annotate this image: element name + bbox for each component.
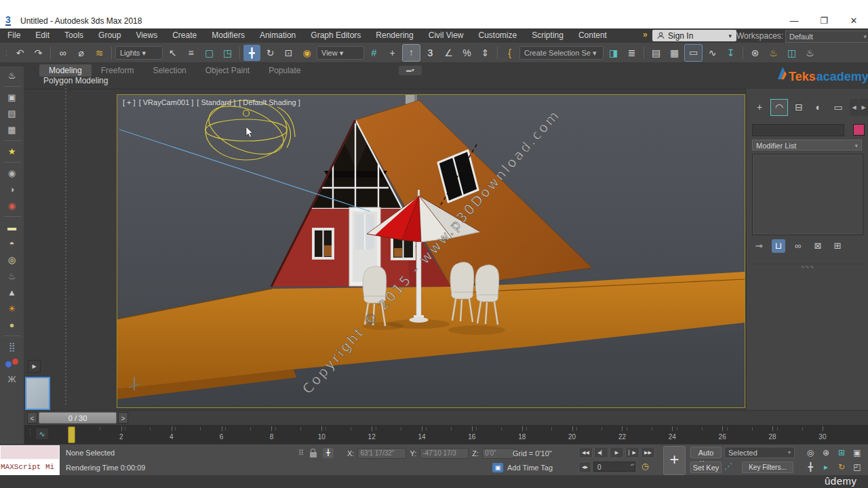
vray-ambient-light-icon[interactable]: ●	[4, 318, 20, 332]
auto-key-button[interactable]: Auto Key	[690, 447, 722, 458]
rect-selection-icon[interactable]: ▢	[201, 45, 218, 61]
vray-settings-icon[interactable]: ▤	[4, 106, 20, 121]
use-pivot-icon[interactable]: #	[366, 45, 382, 61]
z-field[interactable]: 0'0"	[482, 448, 515, 459]
viewport-label-part[interactable]: [ Standard ]	[197, 98, 235, 106]
set-keys-button[interactable]: +	[663, 446, 686, 475]
ribbon-tab[interactable]: Selection	[143, 64, 195, 77]
expand-arrow-button[interactable]: ▶	[28, 360, 41, 373]
render-production-icon[interactable]: ♨	[802, 45, 818, 61]
menu-item[interactable]: Customize	[471, 28, 525, 43]
frame-display[interactable]: 0 / 30	[39, 412, 117, 424]
select-object-icon[interactable]: ↖	[164, 45, 181, 61]
modifier-list-dropdown[interactable]: Modifier List ▾	[752, 140, 862, 150]
ribbon-tab[interactable]: Object Paint	[196, 64, 259, 77]
current-frame-field[interactable]: 0 ▴▾	[593, 462, 635, 472]
unlink-icon[interactable]: ⌀	[73, 45, 90, 61]
close-button[interactable]: ✕	[844, 15, 864, 27]
timeline-tick[interactable]: 2	[117, 425, 126, 444]
pin-stack-icon[interactable]: ⊸	[752, 239, 766, 253]
sign-in-button[interactable]: Sign In ▾	[652, 30, 736, 41]
remove-modifier-icon[interactable]: ⊠	[811, 239, 825, 253]
maximize-viewport-icon[interactable]: ◰	[850, 460, 865, 474]
ref-coord-dropdown[interactable]: View ▾	[317, 46, 364, 60]
menu-item[interactable]: Edit	[28, 28, 57, 43]
rollout-divider[interactable]: ∿∿∿	[752, 264, 863, 270]
zoom-icon[interactable]: ◎	[803, 446, 818, 460]
tab-display[interactable]: ▭	[829, 99, 847, 116]
bind-spacewarp-icon[interactable]: ≋	[91, 45, 108, 61]
layer-explorer-icon[interactable]: ▤	[648, 45, 665, 61]
object-name-field[interactable]	[752, 124, 844, 136]
absolute-mode-icon[interactable]: ╋	[323, 448, 334, 458]
vray-teapot-icon[interactable]: ♨	[4, 68, 20, 83]
minimize-button[interactable]: —	[784, 15, 804, 27]
timeline-tick[interactable]: 4	[167, 425, 176, 444]
tab-motion[interactable]: ◐	[810, 99, 827, 116]
vray-stereo-camera-icon[interactable]: ◉	[4, 199, 20, 213]
vray-frame-buffer-icon[interactable]: ▣	[4, 90, 20, 104]
panel-scroll-right[interactable]: ▶	[859, 99, 868, 116]
key-filters-button[interactable]: Key Filters...	[742, 462, 793, 473]
prev-frame-button[interactable]: ◀▏	[594, 447, 608, 458]
vray-spheres-icon[interactable]	[4, 356, 20, 370]
mini-curve-editor-icon[interactable]: ∿	[36, 428, 48, 439]
key-steps-icon[interactable]: ⋰	[724, 462, 732, 471]
redo-icon[interactable]: ↷	[30, 45, 47, 61]
select-place-icon[interactable]: +	[384, 45, 401, 61]
select-manipulate-icon[interactable]: ◉	[298, 45, 315, 61]
timeline-tick[interactable]: 28	[768, 425, 777, 444]
track-bar[interactable]: ⋮ ∿ 024681012141618202224262830	[24, 425, 868, 445]
configure-sets-icon[interactable]: ⊞	[831, 239, 844, 253]
x-field[interactable]: 63'1 17/32"	[357, 448, 406, 459]
lock-selection-icon[interactable]	[310, 452, 317, 458]
key-mode-toggle[interactable]: ◀▶	[578, 462, 591, 473]
time-tag-cube-icon[interactable]: ▣	[492, 463, 503, 472]
spinner-snap-icon[interactable]: ⇕	[477, 45, 494, 61]
zoom-extents-icon[interactable]: ⊞	[834, 446, 849, 460]
go-end-button[interactable]: ▶▶	[641, 447, 655, 458]
timeline-tick[interactable]: 16	[467, 425, 477, 444]
snap-3d-icon[interactable]: 3	[422, 45, 439, 61]
ribbon-tab[interactable]: Modeling	[39, 64, 92, 77]
key-selected-dropdown[interactable]: Selected ▾	[724, 447, 795, 458]
viewport-label-part[interactable]: [ Default Shading ]	[239, 98, 300, 106]
spinner-icon[interactable]: ▴▾	[631, 462, 634, 467]
vray-dome-light-icon[interactable]: ◓	[4, 237, 20, 251]
viewport[interactable]: Copyright © 2015 - www.p30Download.com […	[117, 94, 745, 408]
timeline-tick[interactable]: 18	[517, 425, 527, 444]
timeline-tick[interactable]: 20	[568, 425, 577, 444]
percent-snap-icon[interactable]: %	[458, 45, 475, 61]
menu-item[interactable]: Civil View	[421, 28, 471, 43]
restore-button[interactable]: ❐	[814, 15, 834, 27]
set-key-button[interactable]: Set Key	[690, 462, 722, 473]
zoom-all-icon[interactable]: ⊕	[818, 446, 833, 460]
orbit-icon[interactable]: ↻	[834, 460, 849, 474]
named-selection-icon[interactable]: {	[501, 45, 518, 61]
add-time-tag[interactable]: ▣ Add Time Tag	[492, 463, 553, 472]
modifier-stack[interactable]	[752, 154, 863, 235]
viewport-label-part[interactable]: [ VRayCam001 ]	[139, 98, 194, 106]
menu-item[interactable]: Tools	[57, 28, 91, 43]
transform-gizmo-icon[interactable]: ⠿	[298, 449, 304, 458]
maxscript-mini-listener[interactable]: MAXScript Mi	[0, 445, 60, 475]
window-crossing-icon[interactable]: ◳	[219, 45, 236, 61]
viewport-label-part[interactable]: [ + ]	[123, 98, 136, 106]
prev-frame-arrow[interactable]: <	[27, 412, 37, 424]
vray-plane-light-icon[interactable]: ▬	[4, 220, 20, 235]
maxscript-pink-row[interactable]	[0, 445, 60, 460]
time-configuration-icon[interactable]: ◷	[642, 462, 648, 471]
menu-item[interactable]: Modifiers	[204, 28, 252, 43]
menu-item[interactable]: Create	[165, 28, 204, 43]
menu-item[interactable]: File	[0, 28, 28, 43]
select-link-icon[interactable]: ∞	[54, 45, 71, 61]
timeline-tick[interactable]: 6	[217, 425, 226, 444]
vray-sun-icon[interactable]: ☀	[4, 302, 20, 316]
preview-swatch[interactable]	[25, 377, 50, 410]
tab-modify[interactable]: ◠	[770, 99, 788, 116]
schematic-view-icon[interactable]: ↧	[722, 45, 739, 61]
workspace-dropdown[interactable]: Default ▾	[785, 30, 868, 43]
selection-set-field[interactable]: Create Selection Se ▾	[519, 46, 604, 60]
object-color-swatch[interactable]	[853, 124, 865, 136]
material-editor-icon[interactable]: ♨	[765, 45, 782, 61]
